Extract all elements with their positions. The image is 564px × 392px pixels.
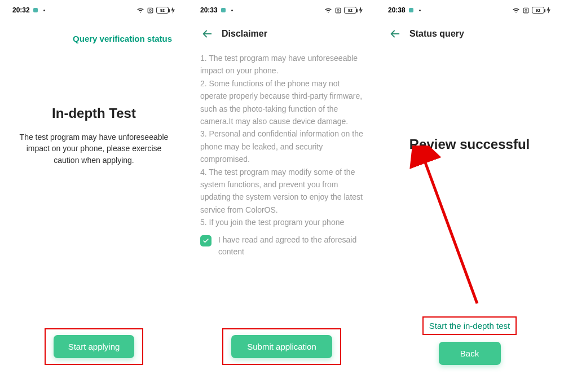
start-applying-button[interactable]: Start applying (54, 335, 135, 358)
highlight-box: Submit application (222, 328, 341, 365)
review-status-title: Review successful (376, 136, 563, 152)
svg-point-1 (149, 9, 151, 11)
status-bar: 20:32 92 (0, 0, 188, 17)
back-arrow-icon[interactable] (388, 27, 402, 41)
submit-application-button[interactable]: Submit application (231, 335, 332, 358)
rotation-lock-icon (147, 7, 154, 14)
battery-icon: 92 (344, 7, 356, 14)
svg-rect-0 (148, 8, 153, 13)
query-verification-link[interactable]: Query verification status (0, 17, 188, 43)
charging-icon (547, 7, 551, 14)
battery-icon: 92 (532, 7, 544, 14)
svg-rect-2 (336, 8, 341, 13)
wifi-icon (324, 7, 332, 14)
rotation-lock-icon (334, 7, 342, 14)
page-subtitle: The test program may have unforeseeable … (0, 121, 188, 166)
wifi-icon (512, 7, 520, 14)
highlight-box: Start the in-depth test (422, 316, 517, 335)
highlight-box: Start applying (45, 328, 144, 365)
svg-rect-4 (523, 8, 528, 13)
battery-icon: 92 (156, 7, 169, 14)
disclaimer-body: 1. The test program may have unforeseeab… (188, 41, 376, 228)
status-time: 20:32 (12, 6, 30, 14)
back-arrow-icon[interactable] (200, 27, 214, 41)
status-bar: 20:33 92 (188, 0, 376, 17)
screen-in-depth-test: 20:32 92 Query verification status In-de… (0, 0, 188, 392)
page-header-title: Disclaimer (222, 29, 267, 39)
status-dot-icon (419, 10, 421, 11)
wifi-icon (136, 7, 144, 14)
charging-icon (359, 7, 363, 14)
status-dot-icon (43, 10, 45, 11)
main-content: In-depth Test The test program may have … (0, 43, 188, 328)
status-dot-icon (231, 10, 233, 11)
status-time: 20:33 (200, 6, 218, 14)
page-header-title: Status query (409, 29, 464, 39)
svg-point-3 (337, 9, 339, 11)
start-indepth-test-link[interactable]: Start the in-depth test (429, 321, 510, 331)
page-title: In-depth Test (52, 105, 136, 121)
svg-point-5 (525, 9, 527, 11)
screen-disclaimer: 20:33 92 Disclaimer 1. The test program … (188, 0, 376, 392)
charging-icon (171, 7, 175, 14)
status-app-icon (221, 8, 226, 12)
rotation-lock-icon (522, 7, 530, 14)
status-bar: 20:38 92 (376, 0, 563, 17)
agree-checkbox[interactable] (200, 235, 211, 246)
back-button[interactable]: Back (439, 342, 501, 365)
status-time: 20:38 (388, 6, 406, 14)
agree-label: I have read and agreed to the aforesaid … (218, 234, 363, 258)
status-app-icon (409, 8, 413, 12)
status-app-icon (33, 8, 38, 12)
screen-status-query: 20:38 92 Status query Review successful (376, 0, 563, 392)
